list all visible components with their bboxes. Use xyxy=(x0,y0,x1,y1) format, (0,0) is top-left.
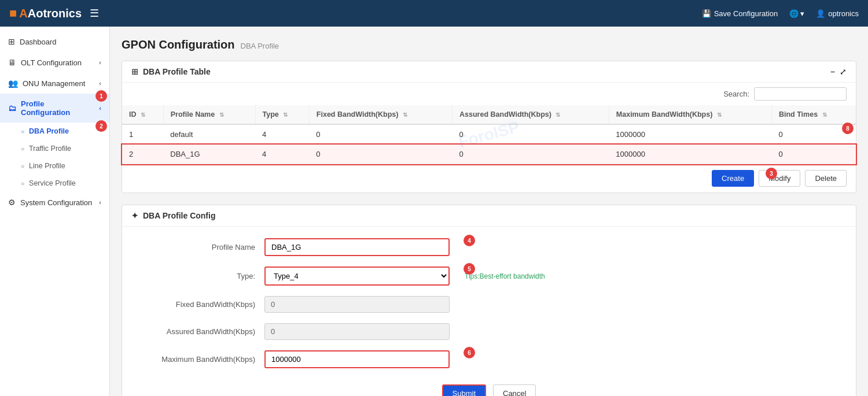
save-icon: 💾 xyxy=(702,9,711,18)
user-icon: 👤 xyxy=(816,9,825,18)
cell-assured-bw: 0 xyxy=(453,145,609,164)
assured-bw-input xyxy=(264,323,450,340)
dashboard-icon: ⊞ xyxy=(8,37,15,46)
dot-icon: ○ xyxy=(21,146,24,152)
page-subtitle: DBA Profile xyxy=(241,42,279,50)
sidebar-sub-dba-profile[interactable]: ○ DBA Profile 2 xyxy=(0,123,109,140)
sidebar-sub-traffic-profile[interactable]: ○ Traffic Profile xyxy=(0,140,109,157)
col-type: Type ⇅ xyxy=(255,105,309,124)
table-card: ⊞ DBA Profile Table − ⤢ Search: ForoISP … xyxy=(122,61,856,193)
sidebar-item-dashboard[interactable]: ⊞ Dashboard xyxy=(0,31,109,52)
search-label: Search: xyxy=(723,90,749,98)
col-fixed-bw: Fixed BandWidth(Kbps) ⇅ xyxy=(309,105,452,124)
cell-type: 4 xyxy=(255,124,309,145)
sidebar-item-profile-config[interactable]: 🗂 Profile Configuration ‹ 1 xyxy=(0,94,109,123)
system-icon: ⚙ xyxy=(8,198,16,207)
globe-icon: 🌐 xyxy=(789,9,799,18)
form-actions: Submit Cancel xyxy=(139,379,838,396)
type-select[interactable]: Type_1 Type_2 Type_3 Type_4 xyxy=(264,267,450,286)
type-tip: Tips:Best-effort bandwidth xyxy=(465,272,545,280)
search-input[interactable] xyxy=(754,87,847,101)
onu-icon: 👥 xyxy=(8,79,18,88)
cell-fixed-bw: 0 xyxy=(309,124,452,145)
cell-type: 4 xyxy=(255,145,309,164)
table-header-actions: − ⤢ xyxy=(830,67,847,76)
sub-label: DBA Profile xyxy=(29,127,69,135)
delete-button[interactable]: Delete xyxy=(805,170,847,187)
col-id: ID ⇅ xyxy=(122,105,163,124)
page-title-area: GPON Configuration DBA Profile xyxy=(122,38,856,51)
col-bind-times: Bind Times ⇅ xyxy=(771,105,856,124)
table-actions: 3 Create Modify Delete xyxy=(122,164,856,193)
topnav-left: ■ AAotronics ☰ xyxy=(9,6,99,21)
sidebar-item-label: System Configuration xyxy=(20,198,92,207)
dot-icon: ○ xyxy=(21,128,24,135)
modify-button[interactable]: Modify xyxy=(759,170,800,187)
fixed-bw-label: Fixed BandWidth(Kbps) xyxy=(139,300,255,309)
layout: ⊞ Dashboard 🖥 OLT Configuration ‹ 👥 ONU … xyxy=(0,27,868,396)
sidebar-item-onu-mgmt[interactable]: 👥 ONU Management ‹ xyxy=(0,73,109,94)
expand-icon[interactable]: ⤢ xyxy=(840,67,847,76)
create-button[interactable]: Create xyxy=(712,170,754,187)
minimize-icon[interactable]: − xyxy=(830,67,835,76)
cell-bind-times: 0 xyxy=(771,145,856,164)
max-bw-input[interactable] xyxy=(264,350,450,368)
olt-icon: 🖥 xyxy=(8,58,16,67)
table-search-area: Search: xyxy=(122,83,856,105)
profile-name-label: Profile Name xyxy=(139,243,255,251)
topnav-right: 💾 Save Configuration 🌐 ▾ 👤 optronics xyxy=(702,9,859,18)
cancel-button[interactable]: Cancel xyxy=(493,384,536,396)
dot-icon: ○ xyxy=(21,163,24,169)
badge-2: 2 xyxy=(95,120,107,132)
table-icon: ⊞ xyxy=(131,67,138,76)
badge-6: 6 xyxy=(464,347,475,358)
cell-profile-name: default xyxy=(163,124,255,145)
sidebar-sub-line-profile[interactable]: ○ Line Profile xyxy=(0,157,109,175)
max-bw-label: Maximum BandWidth(Kbps) xyxy=(139,355,255,364)
dba-profile-table: ID ⇅ Profile Name ⇅ Type ⇅ Fixed BandWid… xyxy=(122,105,856,164)
table-card-header: ⊞ DBA Profile Table − ⤢ xyxy=(122,61,856,83)
sidebar: ⊞ Dashboard 🖥 OLT Configuration ‹ 👥 ONU … xyxy=(0,27,110,396)
form-card: ✦ DBA Profile Config Profile Name 4 Type… xyxy=(122,205,856,396)
form-header-icon: ✦ xyxy=(131,211,138,220)
fixed-bw-input xyxy=(264,296,450,313)
cell-assured-bw: 0 xyxy=(453,124,609,145)
cell-id: 1 xyxy=(122,124,163,145)
username: optronics xyxy=(828,9,859,18)
cell-id: 2 xyxy=(122,145,163,164)
sidebar-item-system-config[interactable]: ⚙ System Configuration ‹ xyxy=(0,192,109,213)
user-menu[interactable]: 👤 optronics xyxy=(816,9,859,18)
badge-1: 1 xyxy=(95,90,107,102)
hamburger-icon[interactable]: ☰ xyxy=(90,7,99,20)
cell-max-bw: 1000000 xyxy=(609,124,771,145)
system-arrow: ‹ xyxy=(99,199,101,206)
onu-arrow: ‹ xyxy=(99,80,101,87)
table-row[interactable]: 2 DBA_1G 4 0 0 1000000 0 xyxy=(122,145,856,164)
sub-label: Line Profile xyxy=(29,162,65,170)
cell-max-bw: 1000000 xyxy=(609,145,771,164)
table-title-text: DBA Profile Table xyxy=(143,67,211,76)
sidebar-item-olt-config[interactable]: 🖥 OLT Configuration ‹ xyxy=(0,52,109,73)
sub-label: Service Profile xyxy=(29,179,76,187)
assured-bw-label: Assured BandWidth(Kbps) xyxy=(139,327,255,336)
form-header-title: DBA Profile Config xyxy=(143,211,215,220)
form-header: ✦ DBA Profile Config xyxy=(122,205,856,227)
sidebar-item-label: Dashboard xyxy=(20,38,57,46)
col-profile-name: Profile Name ⇅ xyxy=(163,105,255,124)
submit-button[interactable]: Submit xyxy=(442,384,486,396)
table-wrapper: ForoISP ID ⇅ Profile Name ⇅ Type ⇅ Fixed… xyxy=(122,105,856,164)
cell-profile-name: DBA_1G xyxy=(163,145,255,164)
sidebar-item-label: OLT Configuration xyxy=(21,58,82,67)
page-title: GPON Configuration xyxy=(122,38,235,51)
type-row: Type: Type_1 Type_2 Type_3 Type_4 Tips:B… xyxy=(139,267,838,286)
max-bw-row: Maximum BandWidth(Kbps) 6 xyxy=(139,350,838,368)
logo-text: AAotronics xyxy=(19,7,82,20)
col-max-bw: Maximum BandWidth(Kbps) ⇅ xyxy=(609,105,771,124)
profile-name-input[interactable] xyxy=(264,238,450,256)
sidebar-sub-service-profile[interactable]: ○ Service Profile xyxy=(0,175,109,192)
logo-icon: ■ xyxy=(9,6,17,21)
type-label: Type: xyxy=(139,272,255,280)
globe-button[interactable]: 🌐 ▾ xyxy=(789,9,804,18)
table-row[interactable]: 1 default 4 0 0 1000000 0 8 xyxy=(122,124,856,145)
save-config-button[interactable]: 💾 Save Configuration xyxy=(702,9,778,18)
